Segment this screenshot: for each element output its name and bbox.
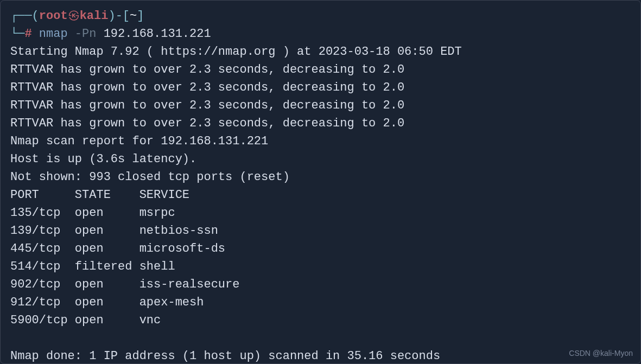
prompt-hash: # <box>24 27 31 41</box>
prompt-bracket-open: [ <box>123 9 130 23</box>
prompt-bracket-close: ] <box>137 9 144 23</box>
table-row: 514/tcp filtered shell <box>10 258 631 276</box>
command-arg: 192.168.131.221 <box>96 27 211 41</box>
output-starting: Starting Nmap 7.92 ( https://nmap.org ) … <box>10 43 631 61</box>
table-row: 912/tcp open apex-mesh <box>10 293 631 311</box>
command-flag: -Pn <box>68 27 97 41</box>
output-host-up: Host is up (3.6s latency). <box>10 150 631 168</box>
table-row: 135/tcp open msrpc <box>10 204 631 222</box>
output-scan-report: Nmap scan report for 192.168.131.221 <box>10 132 631 150</box>
prompt-cwd: ~ <box>130 9 137 23</box>
output-rttvar: RTTVAR has grown to over 2.3 seconds, de… <box>10 79 631 97</box>
table-row: 902/tcp open iss-realsecure <box>10 276 631 293</box>
shell-prompt-line2[interactable]: └─# nmap -Pn 192.168.131.221 <box>10 25 631 43</box>
table-row: 139/tcp open netbios-ssn <box>10 222 631 240</box>
table-row: 5900/tcp open vnc <box>10 311 631 329</box>
output-rttvar: RTTVAR has grown to over 2.3 seconds, de… <box>10 61 631 79</box>
port-table-header: PORT STATE SERVICE <box>10 186 631 204</box>
command-name: nmap <box>32 27 68 41</box>
prompt-dash: - <box>116 9 123 23</box>
prompt-user: root <box>39 9 68 23</box>
prompt-paren-open: ( <box>32 9 39 23</box>
output-done: Nmap done: 1 IP address (1 host up) scan… <box>10 347 631 364</box>
output-rttvar: RTTVAR has grown to over 2.3 seconds, de… <box>10 97 631 114</box>
prompt-corner: ┌── <box>10 9 32 23</box>
skull-icon: ㉿ <box>68 9 80 23</box>
output-blank <box>10 329 631 347</box>
prompt-corner2: └─ <box>10 27 24 41</box>
output-not-shown: Not shown: 993 closed tcp ports (reset) <box>10 168 631 186</box>
prompt-host: kali <box>80 9 109 23</box>
watermark: CSDN @kali-Myon <box>569 348 633 359</box>
shell-prompt-line1: ┌──(root㉿kali)-[~] <box>10 7 631 25</box>
prompt-paren-close: ) <box>108 9 115 23</box>
table-row: 445/tcp open microsoft-ds <box>10 240 631 258</box>
output-rttvar: RTTVAR has grown to over 2.3 seconds, de… <box>10 114 631 132</box>
